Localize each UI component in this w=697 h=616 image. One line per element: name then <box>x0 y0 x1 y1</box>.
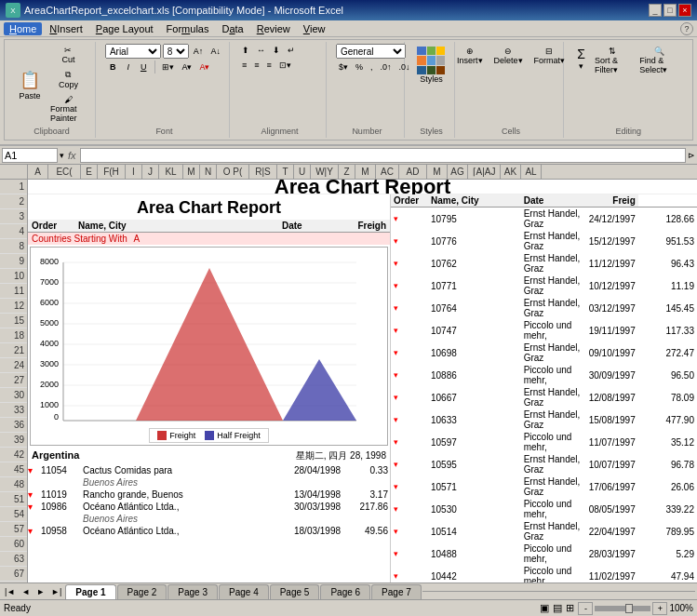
menu-review[interactable]: Review <box>251 22 296 35</box>
sheet-tab-7[interactable]: Page 7 <box>371 584 422 599</box>
decrease-font-button[interactable]: A↓ <box>208 45 223 58</box>
minimize-button[interactable]: _ <box>649 4 662 17</box>
col-j[interactable]: J <box>142 165 159 179</box>
zoom-level: 100% <box>669 603 693 613</box>
sheet-tab-1[interactable]: Page 1 <box>65 584 115 599</box>
currency-button[interactable]: $▾ <box>336 60 351 74</box>
col-al[interactable]: AL <box>521 165 542 179</box>
zoom-slider[interactable] <box>595 606 650 611</box>
merge-button[interactable]: ⊡▾ <box>276 59 294 72</box>
align-center-button[interactable]: ≡ <box>251 59 261 72</box>
fill-color-button[interactable]: A▾ <box>179 60 194 74</box>
col-rs[interactable]: R|S <box>249 165 277 179</box>
arrow-indicator: ▾ <box>391 208 428 231</box>
help-button[interactable]: ? <box>680 22 693 35</box>
view-normal-icon[interactable]: ▣ <box>540 602 549 614</box>
cells-area[interactable]: Area Chart Report Area Chart Report Orde… <box>28 180 697 583</box>
col-e[interactable]: E <box>81 165 98 179</box>
sheet-tab-6[interactable]: Page 6 <box>320 584 370 599</box>
borders-button[interactable]: ⊞▾ <box>159 60 177 74</box>
align-right-button[interactable]: ≡ <box>263 59 274 72</box>
paintbrush-icon: 🖌 <box>64 95 73 104</box>
sheet-tab-2[interactable]: Page 2 <box>117 584 168 599</box>
font-color-button[interactable]: A▾ <box>196 60 212 74</box>
delete-icon: ⊖ <box>504 47 512 56</box>
svg-text:5000: 5000 <box>40 318 59 328</box>
align-top-button[interactable]: ⬆ <box>239 44 252 57</box>
percent-button[interactable]: % <box>353 60 366 74</box>
bold-button[interactable]: B <box>105 60 121 74</box>
table-row: ▾ 10747 Piccolo und mehr, 19/11/1997 117… <box>391 319 697 341</box>
sum-button[interactable]: Σ▾ <box>573 44 589 77</box>
menu-data[interactable]: Data <box>216 22 248 35</box>
col-wy[interactable]: W|Y <box>311 165 339 179</box>
tab-nav-first[interactable]: |◄ <box>2 586 18 597</box>
col-m3[interactable]: M <box>427 165 448 179</box>
col-z[interactable]: Z <box>339 165 355 179</box>
delete-cells-button[interactable]: ⊖Delete▾ <box>489 44 528 68</box>
ribbon: 📋 Paste ✂ Cut ⧉ Copy 🖌 Format Painter <box>0 37 697 146</box>
col-ad[interactable]: AD <box>399 165 427 179</box>
arrow-cell-3: ▾ <box>28 501 39 513</box>
paste-button[interactable]: 📋 Paste <box>14 66 46 103</box>
col-m[interactable]: M <box>183 165 200 179</box>
dec-increase-button[interactable]: .0↑ <box>377 60 394 74</box>
tab-nav-prev[interactable]: ◄ <box>19 586 33 597</box>
number-format-select[interactable]: General <box>336 44 406 59</box>
zoom-in-button[interactable]: + <box>652 602 667 615</box>
menu-insert[interactable]: NInsert <box>44 22 87 35</box>
cell-reference[interactable] <box>2 148 58 163</box>
close-button[interactable]: × <box>678 4 691 17</box>
wrap-text-button[interactable]: ↵ <box>285 44 298 57</box>
align-bottom-button[interactable]: ⬇ <box>270 44 283 57</box>
col-ac[interactable]: AC <box>376 165 399 179</box>
view-layout-icon[interactable]: ▤ <box>553 602 562 614</box>
sheet-tab-5[interactable]: Page 5 <box>270 584 320 599</box>
col-ec[interactable]: EC( <box>48 165 81 179</box>
align-left-button[interactable]: ≡ <box>239 59 249 72</box>
name-city-cell: Ernst Handel, Graz <box>521 453 586 475</box>
col-u[interactable]: U <box>294 165 311 179</box>
font-family-select[interactable]: Arial <box>105 44 161 59</box>
comma-button[interactable]: , <box>368 60 376 74</box>
formula-input[interactable] <box>80 148 686 163</box>
insert-cells-button[interactable]: ⊕Insert▾ <box>452 44 488 68</box>
ribbon-group-cells: ⊕Insert▾ ⊖Delete▾ ⊟Format▾ Cells <box>459 42 564 138</box>
col-i[interactable]: I <box>126 165 142 179</box>
col-ak[interactable]: AK <box>501 165 521 179</box>
view-pagebreak-icon[interactable]: ⊞ <box>566 602 574 614</box>
col-aiaj[interactable]: ⌈A|AJ <box>468 165 501 179</box>
format-painter-button[interactable]: 🖌 Format Painter <box>47 93 89 125</box>
col-kl[interactable]: KL <box>159 165 183 179</box>
cut-button[interactable]: ✂ Cut <box>47 44 89 66</box>
col-t[interactable]: T <box>277 165 294 179</box>
menu-view[interactable]: View <box>298 22 331 35</box>
col-op[interactable]: O P( <box>217 165 249 179</box>
col-ag[interactable]: AG <box>448 165 468 179</box>
italic-button[interactable]: I <box>122 60 134 74</box>
tab-nav-last[interactable]: ►| <box>48 586 64 597</box>
table-row: ▾ 11054 Cactus Comidas para 28/04/1998 0… <box>28 464 390 476</box>
tab-nav-next[interactable]: ► <box>34 586 47 597</box>
zoom-out-button[interactable]: - <box>578 602 593 615</box>
sort-filter-button[interactable]: ⇅Sort & Filter▾ <box>591 44 634 77</box>
find-select-button[interactable]: 🔍Find & Select▾ <box>636 44 683 77</box>
menu-formulas[interactable]: Formulas <box>161 22 215 35</box>
copy-button[interactable]: ⧉ Copy <box>47 68 89 91</box>
sheet-tab-4[interactable]: Page 4 <box>219 584 269 599</box>
date-cell: 19/11/1997 <box>586 319 638 341</box>
font-size-select[interactable]: 8 <box>163 44 189 59</box>
styles-button[interactable]: Styles <box>412 44 449 87</box>
col-a[interactable]: A <box>28 165 48 179</box>
menu-page-layout[interactable]: Page Layout <box>90 22 159 35</box>
menu-home[interactable]: Home <box>4 22 42 35</box>
col-n[interactable]: N <box>200 165 217 179</box>
underline-button[interactable]: U <box>136 60 152 74</box>
col-fh[interactable]: F(H <box>98 165 126 179</box>
maximize-button[interactable]: □ <box>663 4 677 17</box>
sheet-tab-3[interactable]: Page 3 <box>168 584 218 599</box>
increase-font-button[interactable]: A↑ <box>191 45 207 58</box>
align-middle-button[interactable]: ↔ <box>254 44 268 57</box>
col-m2[interactable]: M <box>355 165 376 179</box>
format-cells-button[interactable]: ⊟Format▾ <box>529 44 570 68</box>
